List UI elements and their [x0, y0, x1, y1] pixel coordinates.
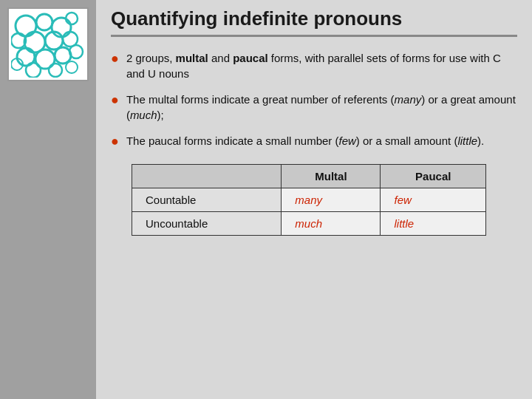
svg-point-1 — [36, 14, 52, 30]
table-cell-uncountable-label: Uncountable — [132, 212, 282, 236]
bullet-list: ● 2 groups, multal and paucal forms, wit… — [111, 50, 517, 151]
table-header-multal: Multal — [282, 165, 381, 188]
left-sidebar — [0, 0, 96, 399]
bullet-item-2: ● The multal forms indicate a great numb… — [111, 92, 517, 123]
bullet-dot-3: ● — [111, 132, 119, 151]
table-header-row: Multal Paucal — [132, 165, 486, 188]
table-header-empty — [132, 165, 282, 188]
bold-multal: multal — [176, 52, 208, 64]
italic-few: few — [339, 134, 356, 147]
svg-point-13 — [26, 63, 41, 78]
italic-little: little — [457, 134, 477, 147]
table-cell-uncountable-multal: much — [282, 212, 381, 236]
italic-much: much — [130, 109, 157, 121]
bullet-text-2: The multal forms indicate a great number… — [126, 92, 517, 123]
table-cell-countable-label: Countable — [132, 188, 282, 212]
table-row-uncountable: Uncountable much little — [132, 212, 486, 236]
bullet-dot-1: ● — [111, 50, 119, 68]
svg-point-10 — [55, 47, 71, 64]
table-cell-countable-paucal: few — [381, 188, 486, 212]
table-header-paucal: Paucal — [381, 165, 486, 188]
bullet-text-3: The paucal forms indicate a small number… — [126, 133, 517, 149]
bold-paucal: paucal — [233, 52, 268, 64]
svg-point-15 — [66, 61, 78, 73]
svg-point-3 — [66, 13, 78, 24]
italic-many: many — [395, 93, 422, 106]
table-cell-countable-multal: many — [282, 188, 381, 212]
decorative-image — [7, 7, 89, 81]
svg-point-11 — [69, 45, 83, 58]
table-cell-uncountable-paucal: little — [381, 212, 486, 236]
bullet-item-1: ● 2 groups, multal and paucal forms, wit… — [111, 50, 517, 81]
slide-title: Quantifying indefinite pronouns — [111, 7, 517, 37]
main-content: Quantifying indefinite pronouns ● 2 grou… — [96, 0, 532, 399]
bullet-text-1: 2 groups, multal and paucal forms, with … — [126, 50, 517, 81]
bullet-item-3: ● The paucal forms indicate a small numb… — [111, 133, 517, 151]
data-table: Multal Paucal Countable many few Uncount… — [132, 164, 486, 236]
bullet-dot-2: ● — [111, 91, 119, 109]
svg-point-14 — [49, 64, 62, 77]
table-row-countable: Countable many few — [132, 188, 486, 212]
bubble-graphic — [11, 11, 85, 78]
